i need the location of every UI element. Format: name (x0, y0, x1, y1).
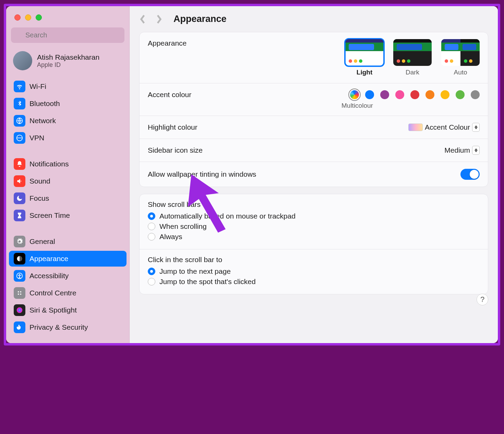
bluetooth-icon (14, 98, 25, 109)
siri-icon (14, 304, 25, 316)
sidebar-nav: Wi-FiBluetoothNetworkVPNNotificationsSou… (6, 77, 129, 343)
radio-icon (148, 278, 155, 285)
sidebar-item-label: Bluetooth (29, 99, 60, 108)
sidebar-item-label: Privacy & Security (29, 323, 88, 331)
accessibility-icon (14, 270, 25, 282)
sidebar-item-label: Siri & Spotlight (29, 306, 77, 314)
help-button[interactable]: ? (477, 294, 488, 305)
scrollclick-option-1[interactable]: Jump to the spot that's clicked (148, 278, 480, 286)
search-input[interactable] (11, 27, 124, 43)
sidebar-item-label: General (29, 237, 55, 246)
hourglass-icon (14, 210, 25, 221)
forward-button[interactable] (156, 14, 163, 24)
control-icon (14, 287, 25, 299)
gear-icon (14, 236, 25, 247)
sidebar-item-siri-spotlight[interactable]: Siri & Spotlight (9, 302, 127, 318)
accent-orange[interactable] (425, 90, 434, 99)
sidebar-item-accessibility[interactable]: Accessibility (9, 268, 127, 284)
sidebar-item-network[interactable]: Network (9, 113, 127, 129)
bell-icon (14, 158, 25, 170)
highlight-select[interactable]: Accent Colour (408, 123, 480, 132)
appearance-label: Appearance (148, 39, 187, 47)
accent-swatches (350, 90, 480, 99)
profile-sub: Apple ID (37, 61, 99, 69)
moon-icon (14, 192, 25, 204)
accent-green[interactable] (456, 90, 465, 99)
sidebar-size-select[interactable]: Medium (444, 146, 480, 155)
maximize-button[interactable] (36, 14, 42, 21)
appearance-option-label: Auto (441, 69, 480, 76)
appearance-option-label: Dark (393, 69, 432, 76)
accent-graphite[interactable] (471, 90, 480, 99)
minimize-button[interactable] (25, 14, 31, 21)
search-box (11, 27, 124, 43)
sidebar-item-label: Network (29, 117, 56, 125)
sidebar-item-privacy-security[interactable]: Privacy & Security (9, 319, 127, 335)
accent-red[interactable] (410, 90, 419, 99)
scrollclick-title: Click in the scroll bar to (148, 256, 480, 264)
accent-blue[interactable] (365, 90, 374, 99)
accent-caption: Multicolour (341, 102, 373, 109)
accent-multicolour[interactable] (350, 90, 359, 99)
settings-window: Atish Rajasekharan Apple ID Wi-FiBluetoo… (6, 6, 498, 343)
header: Appearance (139, 14, 488, 24)
sidebar-size-label: Sidebar icon size (148, 146, 203, 154)
sidebar-item-label: Appearance (29, 255, 68, 263)
appearance-option-label: Light (345, 69, 384, 76)
profile-name: Atish Rajasekharan (37, 53, 99, 61)
accent-purple[interactable] (380, 90, 389, 99)
appearance-option-auto[interactable]: Auto (441, 39, 480, 76)
radio-label: When scrolling (159, 222, 207, 231)
page-title: Appearance (173, 14, 227, 24)
appearance-option-dark[interactable]: Dark (393, 39, 432, 76)
stepper-icon (472, 123, 480, 132)
sidebar-item-label: Sound (29, 177, 50, 185)
window-controls (6, 9, 129, 21)
sidebar-item-focus[interactable]: Focus (9, 190, 127, 206)
sidebar-item-screen-time[interactable]: Screen Time (9, 208, 127, 223)
highlight-label: Highlight colour (148, 123, 197, 131)
wifi-icon (14, 81, 25, 92)
radio-icon (148, 268, 155, 275)
panel-appearance: Appearance Light Dark Auto Accent colour (139, 32, 488, 187)
appearance-option-light[interactable]: Light (345, 39, 384, 76)
stepper-icon (472, 146, 480, 155)
hand-icon (14, 321, 25, 333)
sidebar-item-notifications[interactable]: Notifications (9, 156, 127, 172)
radio-label: Automatically based on mouse or trackpad (159, 212, 296, 220)
sidebar-item-sound[interactable]: Sound (9, 173, 127, 189)
sidebar-item-vpn[interactable]: VPN (9, 130, 127, 146)
scrollclick-option-0[interactable]: Jump to the next page (148, 267, 480, 275)
sidebar-item-label: VPN (29, 134, 44, 142)
sidebar-item-label: Focus (29, 194, 49, 202)
sidebar-item-wi-fi[interactable]: Wi-Fi (9, 79, 127, 94)
radio-label: Jump to the next page (159, 267, 231, 275)
sidebar-item-label: Wi-Fi (29, 82, 46, 91)
back-button[interactable] (139, 14, 146, 24)
sidebar-item-bluetooth[interactable]: Bluetooth (9, 96, 127, 112)
sidebar-item-appearance[interactable]: Appearance (9, 251, 127, 267)
sidebar-item-label: Control Centre (29, 289, 76, 297)
sidebar-item-control-centre[interactable]: Control Centre (9, 285, 127, 301)
radio-label: Jump to the spot that's clicked (159, 278, 256, 286)
radio-icon (148, 212, 155, 220)
sidebar-item-label: Accessibility (29, 272, 69, 280)
scrollbars-option-1[interactable]: When scrolling (148, 222, 480, 231)
appearance-icon (14, 253, 25, 265)
avatar (13, 51, 32, 70)
accent-label: Accent colour (148, 91, 191, 99)
radio-icon (148, 223, 155, 230)
scrollbars-option-2[interactable]: Always (148, 233, 480, 241)
radio-icon (148, 233, 155, 241)
sidebar: Atish Rajasekharan Apple ID Wi-FiBluetoo… (6, 6, 130, 343)
scrollbars-option-0[interactable]: Automatically based on mouse or trackpad (148, 212, 480, 220)
accent-yellow[interactable] (441, 90, 449, 99)
accent-pink[interactable] (395, 90, 404, 99)
tinting-toggle[interactable] (460, 169, 480, 180)
svg-point-4 (19, 274, 20, 275)
profile[interactable]: Atish Rajasekharan Apple ID (6, 46, 129, 77)
sidebar-item-general[interactable]: General (9, 234, 127, 249)
tinting-label: Allow wallpaper tinting in windows (148, 170, 256, 178)
close-button[interactable] (14, 14, 21, 21)
speaker-icon (14, 175, 25, 187)
